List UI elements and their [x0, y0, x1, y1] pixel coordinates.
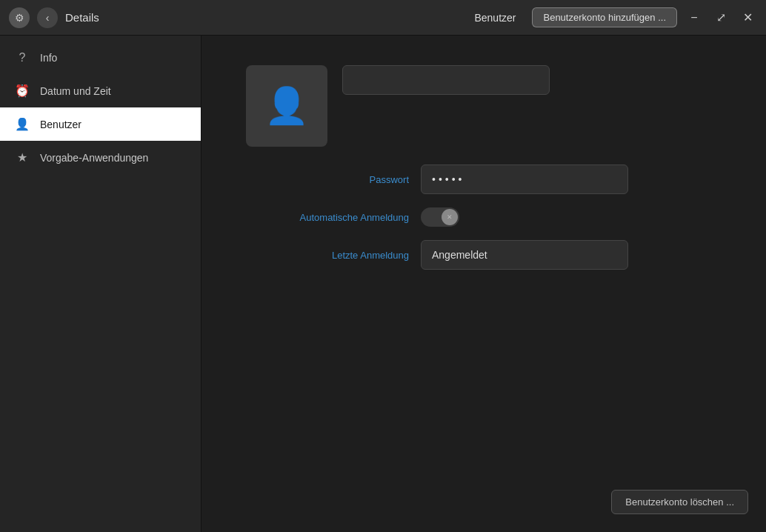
avatar-icon: 👤 [264, 85, 309, 127]
user-icon: 👤 [15, 117, 30, 131]
last-login-row: Letzte Anmeldung Angemeldet [246, 240, 722, 270]
username-input[interactable] [342, 65, 550, 95]
titlebar: ⚙ ‹ Details Benutzer Benutzerkonto hinzu… [0, 0, 766, 36]
maximize-button[interactable]: ⤢ [711, 8, 730, 27]
sidebar-item-label: Datum und Zeit [40, 85, 111, 97]
user-section: 👤 [246, 65, 722, 147]
clock-icon: ⏰ [15, 84, 30, 98]
toggle-knob: ✕ [442, 209, 458, 225]
password-input[interactable] [421, 164, 628, 194]
last-login-label: Letzte Anmeldung [246, 250, 409, 261]
sidebar-item-vorgabe[interactable]: ★ Vorgabe-Anwendungen [0, 141, 201, 174]
auto-login-toggle[interactable]: ✕ [421, 207, 459, 227]
last-login-value: Angemeldet [432, 249, 487, 261]
titlebar-section-label: Benutzer [474, 12, 516, 24]
sidebar-item-label: Info [40, 52, 57, 64]
sidebar: ? Info ⏰ Datum und Zeit 👤 Benutzer ★ Vor… [0, 36, 202, 532]
sidebar-item-label: Benutzer [40, 119, 81, 130]
gear-button[interactable]: ⚙ [9, 7, 30, 28]
back-button[interactable]: ‹ [37, 7, 58, 28]
sidebar-item-label: Vorgabe-Anwendungen [40, 152, 148, 164]
sidebar-item-datum[interactable]: ⏰ Datum und Zeit [0, 74, 201, 107]
close-button[interactable]: ✕ [738, 8, 757, 27]
avatar[interactable]: 👤 [246, 65, 327, 147]
bottom-bar: Benutzerkonto löschen ... [611, 490, 748, 514]
main-layout: ? Info ⏰ Datum und Zeit 👤 Benutzer ★ Vor… [0, 36, 766, 532]
minimize-button[interactable]: − [685, 8, 704, 27]
auto-login-row: Automatische Anmeldung ✕ [246, 207, 722, 227]
delete-account-button[interactable]: Benutzerkonto löschen ... [611, 490, 748, 514]
add-user-button[interactable]: Benutzerkonto hinzufügen ... [532, 7, 677, 27]
last-login-field: Angemeldet [421, 240, 628, 270]
sidebar-item-info[interactable]: ? Info [0, 41, 201, 74]
question-icon: ? [15, 51, 30, 64]
titlebar-title: Details [65, 11, 467, 24]
auto-login-label: Automatische Anmeldung [246, 212, 409, 223]
sidebar-item-benutzer[interactable]: 👤 Benutzer [0, 107, 201, 141]
password-label: Passwort [246, 174, 409, 185]
content-area: 👤 Passwort Automatische Anmeldung ✕ Letz… [202, 36, 766, 532]
star-icon: ★ [15, 150, 30, 164]
toggle-x-icon: ✕ [447, 213, 453, 221]
password-row: Passwort [246, 164, 722, 194]
